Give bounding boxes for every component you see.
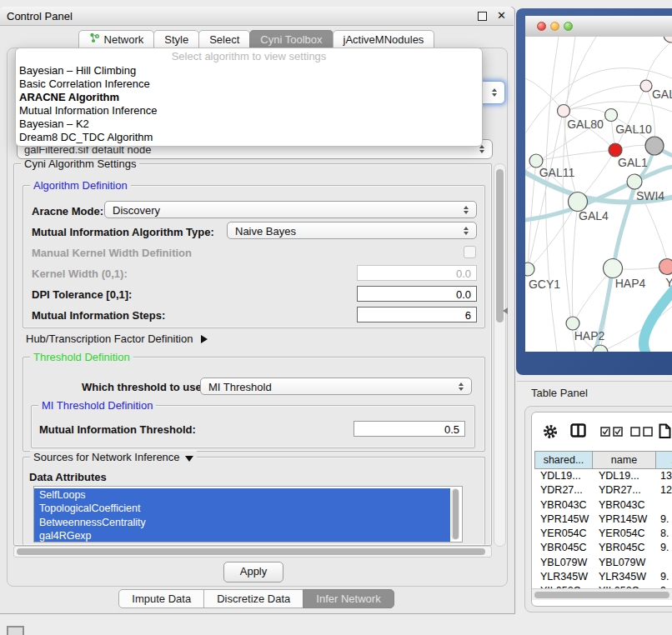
table-row[interactable]: YBR045CYBR045C9. <box>534 541 672 555</box>
table-horizontal-scrollbar[interactable] <box>532 588 672 600</box>
tab-impute-data[interactable]: Impute Data <box>118 589 204 608</box>
table-row[interactable]: YDR27...YDR27...12 <box>534 483 672 498</box>
table-row[interactable]: YLR345WYLR345W9. <box>534 570 672 584</box>
which-threshold-combo[interactable]: MI Threshold <box>200 378 472 395</box>
network-node[interactable] <box>558 105 570 118</box>
popup-placeholder: Select algorithm to view settings <box>16 48 482 64</box>
tab-discretize-data[interactable]: Discretize Data <box>203 589 303 608</box>
cell: YPR145W <box>593 512 657 527</box>
table-header-row: shared... name A <box>534 451 672 469</box>
table-panel-title: Table Panel <box>531 387 588 399</box>
list-item[interactable]: gal4RGexp <box>34 529 450 542</box>
network-node[interactable] <box>525 262 534 276</box>
network-node-label: Y <box>665 276 672 289</box>
algorithm-option-selected[interactable]: ARACNE Algorithm <box>16 91 482 104</box>
float-window-icon[interactable] <box>478 12 487 21</box>
cell: 9. <box>657 570 672 584</box>
table-row[interactable]: YER054CYER054C8. <box>534 527 672 541</box>
hub-section-toggle[interactable]: Hub/Transcription Factor Definition <box>26 332 208 345</box>
stepper-icon <box>479 145 484 153</box>
dpi-tolerance-field[interactable]: 0.0 <box>357 286 477 302</box>
list-item[interactable]: TopologicalCoefficient <box>34 502 450 515</box>
data-attributes-list[interactable]: SelfLoops TopologicalCoefficient Between… <box>33 486 463 542</box>
list-item[interactable]: SelfLoops <box>34 488 450 502</box>
scrollbar-thumb[interactable] <box>496 169 504 322</box>
collapse-down-icon <box>185 456 193 462</box>
control-panel-tabbar: Network Style Select Cyni Toolbox jActiv… <box>0 30 514 49</box>
kernel-width-label: Kernel Width (0,1): <box>32 268 128 280</box>
network-canvas[interactable]: GALGAL80GAL10GAL1GAL11SWI4GAL4GCY1HAP4YH… <box>525 37 672 352</box>
network-node[interactable] <box>604 259 623 278</box>
tab-label: Infer Network <box>316 592 380 605</box>
network-tab-icon <box>89 31 100 48</box>
network-node[interactable] <box>645 137 664 155</box>
network-node[interactable] <box>659 259 672 275</box>
table-row[interactable]: YBL079WYBL079W <box>534 556 672 570</box>
mi-steps-field[interactable]: 6 <box>357 307 477 322</box>
mi-threshold-label: Mutual Information Threshold: <box>39 423 196 436</box>
select-all-icon[interactable] <box>600 427 624 439</box>
tab-label: Cyni Toolbox <box>260 31 322 48</box>
tab-infer-network[interactable]: Infer Network <box>303 589 394 608</box>
cell: 9. <box>657 512 672 527</box>
cell <box>657 498 672 512</box>
scrollbar-thumb[interactable] <box>17 548 485 555</box>
algorithm-option[interactable]: Dream8 DC_TDC Algorithm <box>16 131 482 144</box>
tab-label: jActiveMNodules <box>344 31 424 48</box>
gear-icon[interactable] <box>542 423 559 442</box>
kernel-width-field[interactable]: 0.0 <box>357 265 477 281</box>
cell: 9. <box>657 541 672 555</box>
columns-icon[interactable] <box>570 423 587 441</box>
settings-horizontal-scrollbar[interactable] <box>13 546 492 558</box>
deselect-all-icon[interactable] <box>630 427 654 439</box>
close-icon[interactable]: ✕ <box>497 9 506 22</box>
manual-kernel-checkbox[interactable] <box>464 246 476 258</box>
network-node[interactable] <box>627 174 642 189</box>
algorithm-option[interactable]: Mutual Information Inference <box>16 104 482 118</box>
settings-vertical-scrollbar[interactable] <box>494 163 506 547</box>
list-scrollbar[interactable] <box>451 488 459 540</box>
minimized-panel-icon[interactable] <box>7 626 24 635</box>
scrollbar-thumb[interactable] <box>453 489 459 539</box>
mi-threshold-field[interactable]: 0.5 <box>354 421 465 437</box>
tab-jactivemnodules[interactable]: jActiveMNodules <box>333 30 435 49</box>
table-row[interactable]: YDL19...YDL19...13 <box>534 469 672 483</box>
algorithm-option[interactable]: Basic Correlation Inference <box>16 78 482 91</box>
new-table-icon[interactable] <box>659 423 672 442</box>
list-item[interactable]: BetweennessCentrality <box>34 516 450 529</box>
control-panel-titlebar[interactable] <box>0 7 514 26</box>
panel-divider <box>517 381 672 382</box>
mi-type-combo[interactable]: Naive Bayes <box>227 222 477 239</box>
dpi-tolerance-label: DPI Tolerance [0,1]: <box>32 288 132 301</box>
minimize-traffic-light-icon[interactable] <box>550 22 559 31</box>
tab-network[interactable]: Network <box>78 30 155 49</box>
sources-group-title[interactable]: Sources for Network Inference <box>30 451 197 463</box>
network-node[interactable] <box>640 80 652 92</box>
scrollbar-thumb[interactable] <box>534 592 669 598</box>
network-node[interactable] <box>566 317 579 330</box>
column-header[interactable]: name <box>592 451 656 469</box>
column-header[interactable]: A <box>655 451 672 469</box>
column-header[interactable]: shared... <box>534 451 593 469</box>
network-node[interactable] <box>664 37 672 42</box>
table-panel-card: shared... name A YDL19...YDL19...13 YDR2… <box>531 412 672 607</box>
zoom-traffic-light-icon[interactable] <box>564 22 573 31</box>
tab-style[interactable]: Style <box>153 30 199 49</box>
split-pane-collapse-icon[interactable] <box>503 308 508 314</box>
table-row[interactable]: YBR043CYBR043C <box>534 498 672 512</box>
table-row[interactable]: YPR145WYPR145W9. <box>534 512 672 527</box>
network-window-titlebar[interactable] <box>525 16 672 38</box>
cell: 12 <box>657 483 672 498</box>
network-edge <box>572 202 578 323</box>
network-node[interactable] <box>605 109 618 122</box>
algorithm-option[interactable]: Bayesian – K2 <box>16 118 482 131</box>
combo-value: MI Threshold <box>208 381 272 393</box>
stepper-icon <box>464 206 469 214</box>
close-traffic-light-icon[interactable] <box>537 22 546 31</box>
aracne-mode-combo[interactable]: Discovery <box>104 201 477 218</box>
tab-select[interactable]: Select <box>198 30 250 49</box>
apply-button[interactable]: Apply <box>223 562 283 582</box>
tab-cyni-toolbox[interactable]: Cyni Toolbox <box>249 30 333 49</box>
algorithm-option[interactable]: Bayesian – Hill Climbing <box>16 64 482 78</box>
network-node[interactable] <box>609 143 622 157</box>
